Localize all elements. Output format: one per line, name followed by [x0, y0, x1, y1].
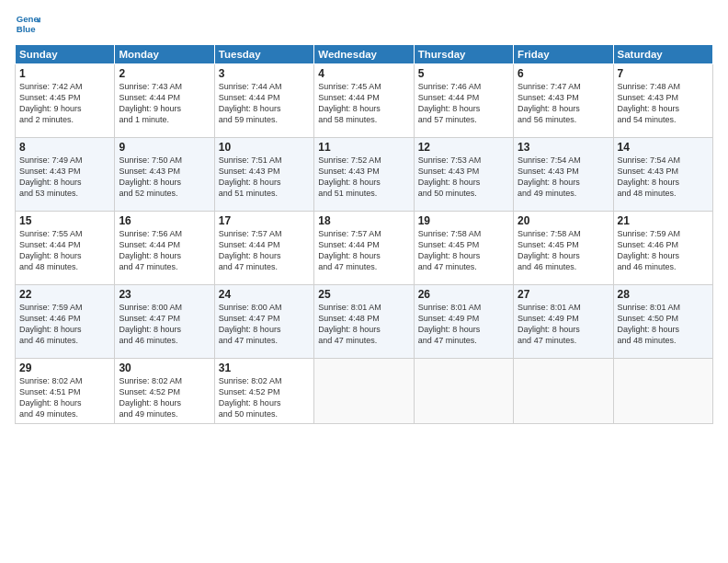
day-number: 19 [418, 214, 509, 227]
calendar-cell: 7Sunrise: 7:48 AMSunset: 4:43 PMDaylight… [613, 64, 712, 138]
col-header-tuesday: Tuesday [214, 45, 313, 64]
day-number: 17 [219, 214, 310, 227]
calendar-cell: 29Sunrise: 8:02 AMSunset: 4:51 PMDayligh… [16, 359, 115, 424]
day-number: 14 [618, 141, 709, 154]
svg-text:Blue: Blue [17, 24, 36, 34]
header: General Blue [15, 11, 713, 37]
day-number: 3 [219, 67, 310, 80]
calendar-cell: 8Sunrise: 7:49 AMSunset: 4:43 PMDaylight… [16, 138, 115, 212]
day-number: 28 [618, 288, 709, 301]
cell-details: Sunrise: 7:50 AMSunset: 4:43 PMDaylight:… [119, 155, 210, 200]
cell-details: Sunrise: 7:51 AMSunset: 4:43 PMDaylight:… [219, 155, 310, 200]
day-number: 9 [119, 141, 210, 154]
day-number: 20 [518, 214, 609, 227]
calendar-cell: 31Sunrise: 8:02 AMSunset: 4:52 PMDayligh… [214, 359, 313, 424]
cell-details: Sunrise: 8:00 AMSunset: 4:47 PMDaylight:… [219, 302, 310, 347]
calendar-cell: 17Sunrise: 7:57 AMSunset: 4:44 PMDayligh… [214, 212, 313, 285]
calendar-cell: 11Sunrise: 7:52 AMSunset: 4:43 PMDayligh… [314, 138, 414, 212]
day-number: 26 [418, 288, 509, 301]
day-number: 24 [219, 288, 310, 301]
day-number: 7 [618, 67, 709, 80]
cell-details: Sunrise: 7:58 AMSunset: 4:45 PMDaylight:… [418, 228, 509, 273]
cell-details: Sunrise: 7:46 AMSunset: 4:44 PMDaylight:… [418, 81, 509, 126]
day-number: 23 [119, 288, 210, 301]
cell-details: Sunrise: 7:43 AMSunset: 4:44 PMDaylight:… [119, 81, 210, 126]
calendar-cell: 24Sunrise: 8:00 AMSunset: 4:47 PMDayligh… [214, 285, 313, 359]
day-number: 2 [119, 67, 210, 80]
calendar-cell: 14Sunrise: 7:54 AMSunset: 4:43 PMDayligh… [613, 138, 712, 212]
cell-details: Sunrise: 8:02 AMSunset: 4:52 PMDaylight:… [119, 375, 210, 420]
calendar-cell: 2Sunrise: 7:43 AMSunset: 4:44 PMDaylight… [115, 64, 214, 138]
calendar-cell: 10Sunrise: 7:51 AMSunset: 4:43 PMDayligh… [214, 138, 313, 212]
cell-details: Sunrise: 8:02 AMSunset: 4:52 PMDaylight:… [219, 375, 310, 420]
calendar-cell: 15Sunrise: 7:55 AMSunset: 4:44 PMDayligh… [16, 212, 115, 285]
cell-details: Sunrise: 7:49 AMSunset: 4:43 PMDaylight:… [19, 155, 110, 200]
cell-details: Sunrise: 8:01 AMSunset: 4:50 PMDaylight:… [618, 302, 709, 347]
calendar-cell: 19Sunrise: 7:58 AMSunset: 4:45 PMDayligh… [414, 212, 513, 285]
calendar-cell: 26Sunrise: 8:01 AMSunset: 4:49 PMDayligh… [414, 285, 513, 359]
cell-details: Sunrise: 7:55 AMSunset: 4:44 PMDaylight:… [19, 228, 110, 273]
calendar-cell: 16Sunrise: 7:56 AMSunset: 4:44 PMDayligh… [115, 212, 214, 285]
day-number: 31 [219, 362, 310, 374]
cell-details: Sunrise: 7:45 AMSunset: 4:44 PMDaylight:… [318, 81, 409, 126]
day-number: 10 [219, 141, 310, 154]
col-header-friday: Friday [514, 45, 613, 64]
calendar-cell [613, 359, 712, 424]
day-number: 13 [518, 141, 609, 154]
day-number: 18 [318, 214, 409, 227]
day-number: 12 [418, 141, 509, 154]
cell-details: Sunrise: 7:59 AMSunset: 4:46 PMDaylight:… [19, 302, 110, 347]
calendar-cell [314, 359, 414, 424]
day-number: 16 [119, 214, 210, 227]
calendar-cell: 12Sunrise: 7:53 AMSunset: 4:43 PMDayligh… [414, 138, 513, 212]
calendar-cell: 5Sunrise: 7:46 AMSunset: 4:44 PMDaylight… [414, 64, 513, 138]
calendar-cell [414, 359, 513, 424]
day-number: 6 [518, 67, 609, 80]
calendar-header-row: SundayMondayTuesdayWednesdayThursdayFrid… [16, 45, 713, 64]
calendar-cell: 22Sunrise: 7:59 AMSunset: 4:46 PMDayligh… [16, 285, 115, 359]
day-number: 22 [19, 288, 110, 301]
calendar-cell: 25Sunrise: 8:01 AMSunset: 4:48 PMDayligh… [314, 285, 414, 359]
day-number: 5 [418, 67, 509, 80]
calendar-cell: 30Sunrise: 8:02 AMSunset: 4:52 PMDayligh… [115, 359, 214, 424]
logo: General Blue [15, 11, 44, 37]
day-number: 21 [618, 214, 709, 227]
cell-details: Sunrise: 8:01 AMSunset: 4:49 PMDaylight:… [518, 302, 609, 347]
cell-details: Sunrise: 7:58 AMSunset: 4:45 PMDaylight:… [518, 228, 609, 273]
cell-details: Sunrise: 7:53 AMSunset: 4:43 PMDaylight:… [418, 155, 509, 200]
calendar-cell: 27Sunrise: 8:01 AMSunset: 4:49 PMDayligh… [514, 285, 613, 359]
calendar-cell: 6Sunrise: 7:47 AMSunset: 4:43 PMDaylight… [514, 64, 613, 138]
svg-text:General: General [17, 14, 40, 24]
cell-details: Sunrise: 7:56 AMSunset: 4:44 PMDaylight:… [119, 228, 210, 273]
cell-details: Sunrise: 7:59 AMSunset: 4:46 PMDaylight:… [618, 228, 709, 273]
main-container: General Blue SundayMondayTuesdayWednesda… [0, 0, 728, 563]
calendar-cell: 20Sunrise: 7:58 AMSunset: 4:45 PMDayligh… [514, 212, 613, 285]
cell-details: Sunrise: 7:54 AMSunset: 4:43 PMDaylight:… [518, 155, 609, 200]
cell-details: Sunrise: 8:00 AMSunset: 4:47 PMDaylight:… [119, 302, 210, 347]
col-header-monday: Monday [115, 45, 214, 64]
logo-icon: General Blue [15, 11, 40, 37]
calendar-cell: 4Sunrise: 7:45 AMSunset: 4:44 PMDaylight… [314, 64, 414, 138]
day-number: 30 [119, 362, 210, 374]
calendar-cell: 18Sunrise: 7:57 AMSunset: 4:44 PMDayligh… [314, 212, 414, 285]
cell-details: Sunrise: 7:52 AMSunset: 4:43 PMDaylight:… [318, 155, 409, 200]
col-header-sunday: Sunday [16, 45, 115, 64]
cell-details: Sunrise: 7:57 AMSunset: 4:44 PMDaylight:… [219, 228, 310, 273]
cell-details: Sunrise: 7:42 AMSunset: 4:45 PMDaylight:… [19, 81, 110, 126]
calendar-cell: 21Sunrise: 7:59 AMSunset: 4:46 PMDayligh… [613, 212, 712, 285]
cell-details: Sunrise: 7:44 AMSunset: 4:44 PMDaylight:… [219, 81, 310, 126]
day-number: 29 [19, 362, 110, 374]
cell-details: Sunrise: 7:47 AMSunset: 4:43 PMDaylight:… [518, 81, 609, 126]
calendar-cell: 13Sunrise: 7:54 AMSunset: 4:43 PMDayligh… [514, 138, 613, 212]
cell-details: Sunrise: 8:02 AMSunset: 4:51 PMDaylight:… [19, 375, 110, 420]
calendar-cell: 9Sunrise: 7:50 AMSunset: 4:43 PMDaylight… [115, 138, 214, 212]
col-header-saturday: Saturday [613, 45, 712, 64]
cell-details: Sunrise: 7:54 AMSunset: 4:43 PMDaylight:… [618, 155, 709, 200]
day-number: 25 [318, 288, 409, 301]
day-number: 1 [19, 67, 110, 80]
day-number: 8 [19, 141, 110, 154]
col-header-wednesday: Wednesday [314, 45, 414, 64]
cell-details: Sunrise: 8:01 AMSunset: 4:48 PMDaylight:… [318, 302, 409, 347]
day-number: 27 [518, 288, 609, 301]
calendar-cell: 3Sunrise: 7:44 AMSunset: 4:44 PMDaylight… [214, 64, 313, 138]
